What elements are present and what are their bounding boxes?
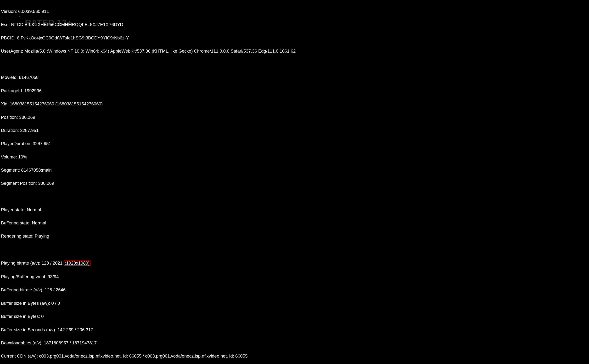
buffer-bytes-av-line: Buffer size in Bytes (a/v): 0 / 0	[1, 301, 393, 306]
buffering-bitrate-line: Buffering bitrate (a/v): 128 / 2646	[1, 288, 393, 292]
user-agent-line: UserAgent: Mozilla/5.0 (Windows NT 10.0;…	[1, 49, 393, 53]
duration-line: Duration: 3287.951	[1, 128, 393, 133]
buffer-bytes-line: Buffer size in Bytes: 0	[1, 314, 393, 318]
esn-line: Esn: NFCDIE-03-JXHEP56CGMHMRQQFEL8XJ7E1X…	[1, 22, 393, 27]
player-duration-line: PlayerDuration: 3287.951	[1, 142, 393, 146]
segment-line: Segment: 81467058:main	[1, 168, 393, 172]
playing-bitrate-prefix: Playing bitrate (a/v): 128 / 2021	[1, 260, 64, 266]
vmaf-line: Playing/Buffering vmaf: 93/94	[1, 275, 393, 279]
downloadables-line: Downloadables (a/v): 1871808957 / 187194…	[1, 341, 393, 345]
position-line: Position: 380.269	[1, 115, 393, 119]
resolution-highlight: (1920x1080)	[64, 260, 90, 266]
version-line: Version: 6.0039.560.911	[1, 9, 393, 14]
playing-bitrate-line: Playing bitrate (a/v): 128 / 2021 (1920x…	[1, 260, 393, 266]
pbcid-line: PBCID: 6.FvKkOc4jxOC9OdtWTsIe1hSG9t3BCDY…	[1, 36, 393, 40]
buffer-seconds-line: Buffer size in Seconds (a/v): 142.269 / …	[1, 328, 393, 332]
volume-line: Volume: 10%	[1, 155, 393, 159]
rendering-state-line: Rendering state: Playing	[1, 234, 393, 238]
cdn-line: Current CDN (a/v): c003.prg001.vodafonec…	[1, 354, 393, 358]
segment-position-line: Segment Position: 380.269	[1, 181, 393, 185]
debug-overlay: Version: 6.0039.560.911 Esn: NFCDIE-03-J…	[1, 0, 393, 364]
package-id-line: PackageId: 1992996	[1, 89, 393, 93]
xid-line: Xid: 168038155154276060 (168038155154276…	[1, 102, 393, 106]
player-state-line: Player state: Normal	[1, 208, 393, 212]
buffering-state-line: Buffering state: Normal	[1, 221, 393, 225]
movie-id-line: MovieId: 81467058	[1, 75, 393, 80]
